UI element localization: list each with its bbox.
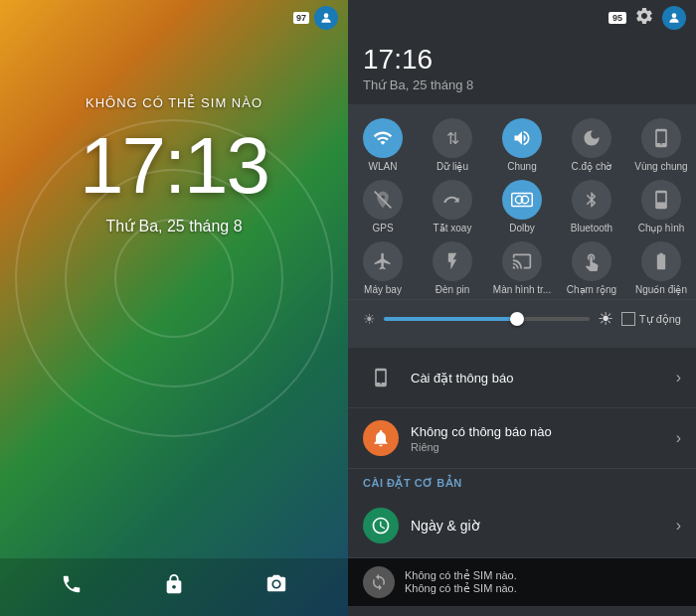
left-status-bar: 97: [0, 0, 348, 36]
brightness-low-icon: ☀: [363, 311, 376, 327]
battery-indicator: 97: [293, 12, 309, 24]
toggle-sound[interactable]: Chung: [492, 118, 552, 172]
auto-brightness-toggle[interactable]: Tự động: [621, 312, 681, 326]
settings-icon[interactable]: [634, 6, 654, 30]
hotspot-icon: [641, 118, 681, 158]
power-icon: [641, 241, 681, 281]
sim-notif-icon: [363, 566, 395, 598]
screenshot-icon: [641, 180, 681, 220]
toggle-dolby[interactable]: Dolby: [492, 180, 552, 233]
screen-cast-icon: [502, 241, 542, 281]
gps-label: GPS: [372, 223, 393, 233]
brightness-slider[interactable]: [384, 317, 590, 321]
bg-circle-3: [114, 219, 234, 338]
toggle-bluetooth[interactable]: Bluetooth: [562, 180, 621, 233]
toggle-power[interactable]: Nguồn điện: [631, 241, 691, 295]
dolby-label: Dolby: [509, 223, 535, 233]
no-notif-content: Không có thông báo nào Riêng: [411, 424, 676, 453]
airplane-icon: [363, 241, 403, 281]
right-time-section: 17:16 Thứ Ba, 25 tháng 8: [348, 36, 696, 104]
sleep-label: C.độ chờ: [572, 161, 612, 172]
rotate-label: Tắt xoay: [434, 223, 472, 233]
lock-icon[interactable]: [163, 573, 185, 601]
data-icon: ⇅: [433, 118, 472, 158]
toggle-row-1: WLAN ⇅ Dữ liệu Chung: [348, 114, 696, 176]
notif-settings-chevron: ›: [676, 369, 681, 386]
bluetooth-icon: [572, 180, 611, 220]
datetime-label: Ngày & giờ: [411, 518, 676, 534]
screen-cast-label: Màn hình tr...: [493, 284, 551, 295]
toggle-screenshot[interactable]: Chụp hình: [631, 180, 691, 233]
toggle-wlan[interactable]: WLAN: [353, 118, 413, 172]
notif-settings-content: Cài đặt thông báo: [411, 371, 676, 385]
rotate-icon: [433, 180, 472, 220]
screenshot-label: Chụp hình: [638, 223, 685, 233]
data-label: Dữ liệu: [436, 161, 468, 172]
toggle-sleep[interactable]: C.độ chờ: [562, 118, 621, 172]
airplane-label: Máy bay: [364, 284, 402, 295]
toggle-row-2: GPS Tắt xoay Dolby: [348, 176, 696, 237]
no-notif-icon: [363, 420, 399, 456]
toggle-gps[interactable]: GPS: [353, 180, 413, 233]
right-status-bar: 95: [348, 0, 696, 36]
toggle-flashlight[interactable]: Đèn pin: [423, 241, 482, 295]
no-notif-item[interactable]: Không có thông báo nào Riêng ›: [348, 408, 696, 469]
touch-label: Chạm rộng: [567, 284, 616, 295]
auto-label: Tự động: [639, 313, 681, 326]
toggle-airplane[interactable]: Máy bay: [353, 241, 413, 295]
sleep-icon: [572, 118, 611, 158]
svg-point-0: [324, 13, 329, 18]
wlan-label: WLAN: [369, 161, 398, 172]
right-avatar[interactable]: [662, 6, 686, 30]
bluetooth-label: Bluetooth: [571, 223, 612, 233]
datetime-icon: [363, 508, 399, 543]
auto-check-box[interactable]: [621, 312, 635, 326]
datetime-item[interactable]: Ngày & giờ ›: [348, 494, 696, 558]
hotspot-label: Vùng chung: [634, 161, 687, 172]
toggle-hotspot[interactable]: Vùng chung: [631, 118, 691, 172]
brightness-fill: [384, 317, 517, 321]
phone-icon[interactable]: [61, 573, 83, 601]
brightness-row: ☀ ☀ Tự động: [348, 299, 696, 338]
right-time-display: 17:16: [363, 44, 681, 76]
notif-settings-title: Cài đặt thông báo: [411, 371, 676, 385]
quick-toggles: WLAN ⇅ Dữ liệu Chung: [348, 104, 696, 348]
sound-label: Chung: [507, 161, 536, 172]
no-notif-sub: Riêng: [411, 441, 676, 453]
brightness-dot: [510, 312, 524, 326]
toggle-screen-cast[interactable]: Màn hình tr...: [492, 241, 552, 295]
left-bottom-bar: [0, 558, 348, 616]
flashlight-label: Đèn pin: [435, 284, 469, 295]
dolby-icon: [502, 180, 542, 220]
gps-icon: [363, 180, 403, 220]
toggle-row-3: Máy bay Đèn pin Màn hình tr...: [348, 237, 696, 299]
section-header-text: CÀI ĐẶT CƠ BẢN: [363, 477, 681, 490]
right-date-display: Thứ Ba, 25 tháng 8: [363, 77, 681, 92]
right-panel: 95 17:16 Thứ Ba, 25 tháng 8: [348, 0, 696, 616]
left-panel: 97 KHÔNG CÓ THẺ SIM NÀO 17:13 Thứ Ba, 25…: [0, 0, 348, 616]
toggle-touch[interactable]: Chạm rộng: [562, 241, 621, 295]
sound-icon: [502, 118, 542, 158]
flashlight-icon: [433, 241, 472, 281]
notif-settings-item[interactable]: Cài đặt thông báo ›: [348, 348, 696, 408]
svg-point-1: [672, 13, 677, 18]
touch-icon: [572, 241, 611, 281]
camera-icon[interactable]: [265, 573, 287, 601]
no-sim-label: KHÔNG CÓ THẺ SIM NÀO: [86, 95, 262, 110]
power-label: Nguồn điện: [635, 284, 687, 295]
sim-line-1: Không có thẻ SIM nào.: [405, 569, 681, 582]
toggle-rotate[interactable]: Tắt xoay: [423, 180, 482, 233]
no-notif-title: Không có thông báo nào: [411, 424, 676, 439]
basic-settings-header: CÀI ĐẶT CƠ BẢN: [348, 469, 696, 494]
sim-line-2: Không có thẻ SIM nào.: [405, 582, 681, 595]
sim-text: Không có thẻ SIM nào. Không có thẻ SIM n…: [405, 569, 681, 595]
no-notif-chevron: ›: [676, 429, 681, 447]
toggle-data[interactable]: ⇅ Dữ liệu: [423, 118, 482, 172]
avatar-icon[interactable]: [314, 6, 338, 30]
wlan-icon: [363, 118, 403, 158]
right-battery: 95: [609, 12, 626, 24]
datetime-chevron: ›: [676, 517, 681, 535]
sim-notif-bar: Không có thẻ SIM nào. Không có thẻ SIM n…: [348, 558, 696, 606]
brightness-high-icon: ☀: [598, 308, 613, 330]
